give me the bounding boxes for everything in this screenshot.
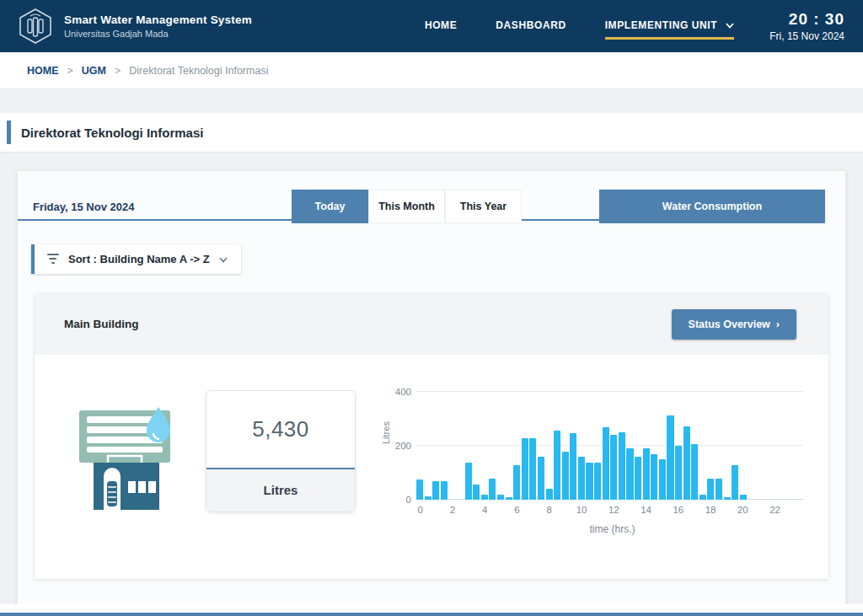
breadcrumb-current: Direktorat Teknologi Informasi [129,65,268,77]
bar-h4.5 [489,479,496,500]
sort-dropdown[interactable]: Sort : Building Name A -> Z [31,244,241,274]
bar-h15 [659,459,666,500]
breadcrumb-separator: > [67,65,73,77]
tabs-gap [522,190,599,223]
x-tick-4: 4 [482,505,487,515]
bar-h5 [497,495,504,500]
chart-y-ticks: 0200400 [388,392,411,500]
status-overview-label: Status Overview [689,319,770,330]
bottom-gap [0,604,863,613]
bar-h10 [578,457,585,499]
x-tick-16: 16 [673,505,683,515]
status-overview-button[interactable]: Status Overview › [672,309,796,340]
current-date-label: Friday, 15 Nov 2024 [33,201,134,213]
date-label-wrap: Friday, 15 Nov 2024 [18,190,292,223]
bar-h14.5 [651,454,657,500]
bar-h7.5 [538,457,544,500]
x-tick-14: 14 [641,505,651,515]
bar-h17 [691,444,698,500]
x-tick-22: 22 [769,505,780,515]
page-content: Direktorat Teknologi Informasi Friday, 1… [0,89,863,604]
x-tick-20: 20 [737,505,748,515]
x-tick-0: 0 [418,505,423,515]
building-card-header: Main Building Status Overview › [35,294,828,355]
y-tick-400: 400 [395,387,411,397]
bar-h16 [675,446,682,499]
bar-h8 [546,489,553,499]
litres-value: 5,430 [252,416,309,442]
bar-h0 [416,479,423,500]
bar-h20 [740,495,747,499]
bar-h18 [707,479,714,500]
period-tabs-row: Friday, 15 Nov 2024 Today This Month Thi… [18,190,825,223]
bar-h19.5 [732,465,738,500]
page-title-strip: Direktorat Teknologi Informasi [0,113,863,152]
chevron-right-icon: › [776,319,780,330]
bar-h8.5 [554,431,560,500]
sort-row: Sort : Building Name A -> Z [31,244,845,274]
breadcrumb-home[interactable]: HOME [27,65,59,77]
header-clock: 20 : 30 Fri, 15 Nov 2024 [769,10,844,42]
sort-label: Sort : Building Name A -> Z [68,253,210,265]
bar-h11.5 [603,427,609,500]
nav-home[interactable]: HOME [425,13,457,40]
bar-h18.5 [716,479,722,500]
bar-h3 [465,463,472,499]
brand: Smart Water Management System Universita… [64,13,252,39]
consumption-panel: Friday, 15 Nov 2024 Today This Month Thi… [17,170,846,604]
x-tick-10: 10 [576,505,587,515]
litres-unit-label: Litres [264,483,298,497]
building-water-icon [64,390,190,517]
x-tick-18: 18 [705,505,716,515]
chart-x-ticks: 0246810121416182022 [416,505,803,518]
nav-implementing-unit[interactable]: IMPLEMENTING UNIT [605,13,734,40]
x-tick-2: 2 [450,505,455,515]
y-tick-200: 200 [395,441,411,451]
nav-implementing-unit-label: IMPLEMENTING UNIT [605,19,718,31]
litres-value-panel: 5,430 Litres [206,390,356,512]
bar-h15.5 [667,415,673,499]
x-tick-8: 8 [547,505,552,515]
chart-plot [416,392,803,500]
bar-h1.5 [441,481,448,500]
app-subtitle: Universitas Gadjah Mada [64,29,252,39]
bar-h14 [643,448,650,499]
chevron-down-icon [219,253,228,265]
value-top: 5,430 [206,391,355,468]
app-title: Smart Water Management System [64,13,252,26]
app: Smart Water Management System Universita… [0,0,863,616]
bar-h3.5 [473,485,480,500]
water-consumption-chart: Litres 0200400 0246810121416182022 time … [379,392,808,535]
ugm-logo-icon [19,8,52,45]
bar-h0.5 [425,496,432,499]
chart-area: 0200400 [416,392,803,500]
clock-date: Fri, 15 Nov 2024 [769,30,844,42]
tab-today[interactable]: Today [292,190,368,223]
water-consumption-button[interactable]: Water Consumption [599,190,825,223]
x-tick-12: 12 [608,505,619,515]
tab-this-year[interactable]: This Year [445,190,522,223]
x-tick-6: 6 [514,505,519,515]
bar-h1 [432,481,439,500]
building-name: Main Building [64,318,139,330]
chevron-down-icon [726,19,734,31]
main-nav: HOME DASHBOARD IMPLEMENTING UNIT [425,13,734,40]
bar-h4 [481,495,488,500]
building-card-body: 5,430 Litres Litres 0200400 [35,355,828,579]
bar-h16.5 [683,426,690,499]
bar-h9 [562,452,569,500]
building-card: Main Building Status Overview › [35,294,828,579]
bar-h19 [724,497,731,500]
title-accent-bar [7,121,11,144]
bar-h12 [610,435,617,499]
bar-h6 [513,465,520,500]
bar-h17.5 [700,495,706,499]
filter-icon [46,254,59,264]
breadcrumb-ugm[interactable]: UGM [82,65,106,77]
tab-this-month[interactable]: This Month [368,190,445,223]
bar-h12.5 [619,432,625,499]
top-header: Smart Water Management System Universita… [0,0,863,52]
nav-dashboard[interactable]: DASHBOARD [496,13,566,40]
bar-h7 [529,438,536,500]
bar-h5.5 [506,497,512,500]
